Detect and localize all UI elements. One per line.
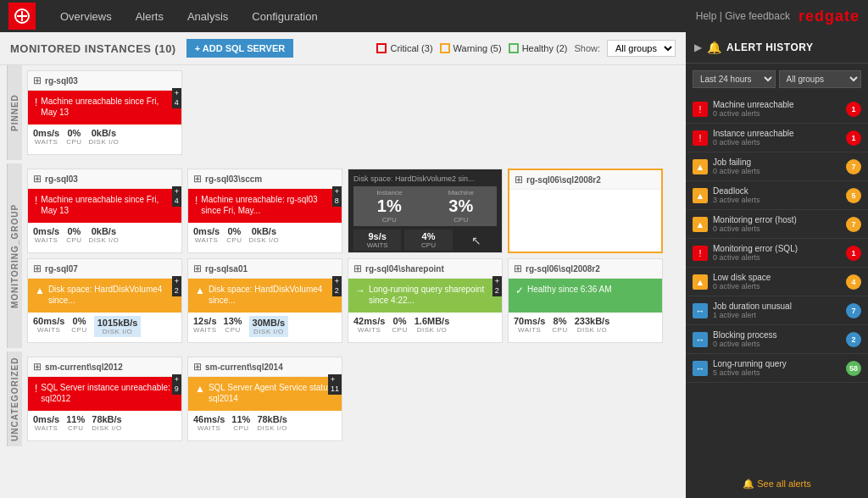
alert-row-sub: 5 active alerts	[713, 368, 841, 377]
card-plus-btn[interactable]: +9	[172, 374, 181, 395]
machine-pct: 3%	[428, 196, 495, 216]
warning-label: Warning (5)	[453, 43, 502, 53]
nav-analysis[interactable]: Analysis	[175, 0, 240, 32]
alert-banner: ▲ Disk space: HardDiskVolume4 since...	[188, 279, 342, 313]
card-header: ⊞ sm-current\sql2014	[188, 357, 342, 377]
metric-diskio: 0kB/sDISK I/O	[89, 226, 120, 244]
alert-row-instance-unreachable[interactable]: ! Instance unreachable 0 active alerts 1	[686, 124, 868, 152]
collapse-arrow-icon[interactable]: ▶	[694, 42, 702, 53]
alert-badge: 1	[846, 130, 861, 146]
card-plus-btn[interactable]: +4	[172, 186, 181, 207]
card-plus-btn[interactable]: +2	[492, 276, 502, 296]
alert-row-name: Deadlock	[713, 186, 841, 196]
card-rg-sql07[interactable]: ⊞ rg-sql07 ▲ Disk space: HardDiskVolume4…	[27, 258, 182, 343]
db-icon: ⊞	[193, 263, 202, 274]
alert-row-job-duration[interactable]: ↔ Job duration unusual 1 active alert 7	[686, 296, 868, 325]
alert-row-sub: 3 active alerts	[713, 196, 841, 204]
alert-row-sub: 0 active alerts	[713, 109, 841, 118]
card-rg-sql06-sql2008r2[interactable]: ⊞ rg-sql06\sql2008r2	[508, 169, 663, 253]
card-plus-btn[interactable]: +2	[332, 276, 342, 296]
alert-icon: !	[195, 195, 198, 207]
healthy-check-icon: ✓	[515, 285, 524, 296]
card-title: rg-sql03	[45, 174, 176, 184]
long-running-query-icon: ↔	[693, 361, 708, 376]
alert-badge: 4	[846, 274, 861, 290]
alert-text: Long-running query sharepoint since 4:22…	[369, 284, 495, 306]
logo[interactable]	[8, 3, 36, 30]
time-filter-select[interactable]: Last 24 hours	[693, 70, 776, 88]
help-link[interactable]: Help | Give feedback	[696, 10, 790, 22]
machine-unreachable-icon: !	[693, 102, 708, 117]
nav-configuration[interactable]: Configuration	[240, 0, 329, 32]
nav-items: Overviews Alerts Analysis Configuration	[48, 0, 696, 32]
nav-alerts[interactable]: Alerts	[124, 0, 175, 32]
job-duration-icon: ↔	[693, 303, 708, 318]
group-filter-select[interactable]: All groups	[779, 70, 862, 88]
monitoring-error-sql-icon: !	[693, 246, 708, 261]
metric-value: 0kB/s	[89, 128, 120, 138]
alert-banner: ! SQL Server instance unreachable: sql20…	[28, 377, 181, 411]
see-all-alerts-link[interactable]: See all alerts	[757, 479, 811, 489]
alert-badge: 7	[846, 217, 861, 232]
alert-row-sub: 0 active alerts	[713, 282, 841, 290]
metric-waits: 0ms/s WAITS	[33, 128, 59, 146]
card-rg-sqlsa01[interactable]: ⊞ rg-sqlsa01 ▲ Disk space: HardDiskVolum…	[187, 258, 342, 343]
alert-icon: !	[35, 383, 37, 395]
card-header: ⊞ rg-sql06\sql2008r2	[509, 259, 662, 279]
card-rg-sql03-mg[interactable]: ⊞ rg-sql03 ! Machine unreachable since F…	[27, 169, 182, 253]
card-rg-sql03-sccm[interactable]: ⊞ rg-sql03\sccm ! Machine unreachable: r…	[187, 169, 342, 253]
alert-row-low-disk-space[interactable]: ▲ Low disk space 0 active alerts 4	[686, 268, 868, 296]
alert-row-blocking-process[interactable]: ↔ Blocking process 0 active alerts 2	[686, 325, 868, 354]
alert-row-deadlock[interactable]: ▲ Deadlock 3 active alerts 5	[686, 181, 868, 210]
card-plus-btn[interactable]: +4	[172, 88, 181, 108]
alert-row-monitoring-error-sql[interactable]: ! Monitoring error (SQL) 0 active alerts…	[686, 239, 868, 268]
group-select[interactable]: All groups	[607, 40, 676, 57]
critical-icon	[376, 43, 387, 53]
card-sm-sql2014[interactable]: ⊞ sm-current\sql2014 ▲ SQL Server Agent …	[187, 357, 342, 441]
card-plus-btn[interactable]: +8	[332, 186, 342, 207]
card-title: rg-sql06\sql2008r2	[526, 264, 657, 274]
alert-badge: 2	[846, 332, 861, 347]
alert-row-info: Monitoring error (SQL) 0 active alerts	[713, 244, 841, 262]
alert-row-info: Low disk space 0 active alerts	[713, 273, 841, 290]
alert-icon: ▲	[195, 285, 205, 296]
nav-overviews[interactable]: Overviews	[48, 0, 124, 32]
alert-text: Machine unreachable since Fri, May 13	[41, 194, 175, 216]
legend: Critical (3) Warning (5) Healthy (2) Sho…	[376, 40, 676, 57]
alert-badge: 58	[846, 361, 861, 376]
add-sql-server-button[interactable]: + ADD SQL SERVER	[186, 39, 293, 58]
monitoring-group: MONITORING_GROUP ⊞ rg-sql03 ! Machine un…	[7, 163, 679, 348]
alert-badge: 1	[846, 102, 861, 117]
alert-row-sub: 0 active alerts	[713, 253, 841, 262]
alert-text: Machine unreachable since Fri, May 13	[41, 96, 175, 118]
alert-row-monitoring-error-host[interactable]: ▲ Monitoring error (host) 0 active alert…	[686, 210, 868, 239]
uncategorized-group: UNCATEGORIZED ⊞ sm-current\sql2012 ! SQL…	[7, 351, 679, 446]
alert-row-job-failing[interactable]: ▲ Job failing 0 active alerts 7	[686, 152, 868, 181]
alert-row-long-running-query[interactable]: ↔ Long-running query 5 active alerts 58	[686, 354, 868, 383]
alert-row-name: Instance unreachable	[713, 129, 841, 138]
alert-row-name: Low disk space	[713, 273, 841, 282]
card-rg-sql06-healthy[interactable]: ⊞ rg-sql06\sql2008r2 ✓ Healthy since 6:3…	[508, 258, 663, 343]
card-rg-sql06[interactable]: ⊞ rg-sql06 Disk space: HardDiskVolume2 s…	[348, 169, 503, 253]
legend-warning: Warning (5)	[440, 43, 502, 53]
card-sm-sql2012[interactable]: ⊞ sm-current\sql2012 ! SQL Server instan…	[27, 357, 182, 441]
alert-icon: →	[355, 285, 365, 296]
alert-text: Disk space: HardDiskVolume4 since...	[209, 284, 335, 306]
alert-row-name: Blocking process	[713, 330, 841, 340]
warning-icon	[440, 43, 450, 53]
alert-row-name: Job failing	[713, 158, 841, 167]
card-plus-btn[interactable]: +2	[172, 276, 181, 296]
db-icon: ⊞	[33, 173, 42, 185]
db-icon: ⊞	[193, 173, 202, 185]
alert-row-machine-unreachable[interactable]: ! Machine unreachable 0 active alerts 1	[686, 95, 868, 124]
alert-row-name: Long-running query	[713, 359, 841, 368]
card-rg-sql04-sharepoint[interactable]: ⊞ rg-sql04\sharepoint → Long-running que…	[348, 258, 503, 343]
card-title: rg-sql03	[45, 76, 176, 86]
alert-banner: ▲ SQL Server Agent Service status: sql20…	[188, 377, 342, 411]
alert-row-sub: 0 active alerts	[713, 167, 841, 175]
card-metrics: 70ms/sWAITS 8%CPU 233kB/sDISK I/O	[509, 313, 662, 337]
metric-diskio: 0kB/sDISK I/O	[249, 226, 280, 244]
card-plus-btn[interactable]: +11	[328, 374, 342, 395]
toolbar: MONITORED INSTANCES (10) + ADD SQL SERVE…	[0, 32, 686, 65]
card-rg-sql03-pinned[interactable]: ⊞ rg-sql03 ! Machine unreachable since F…	[27, 70, 182, 155]
